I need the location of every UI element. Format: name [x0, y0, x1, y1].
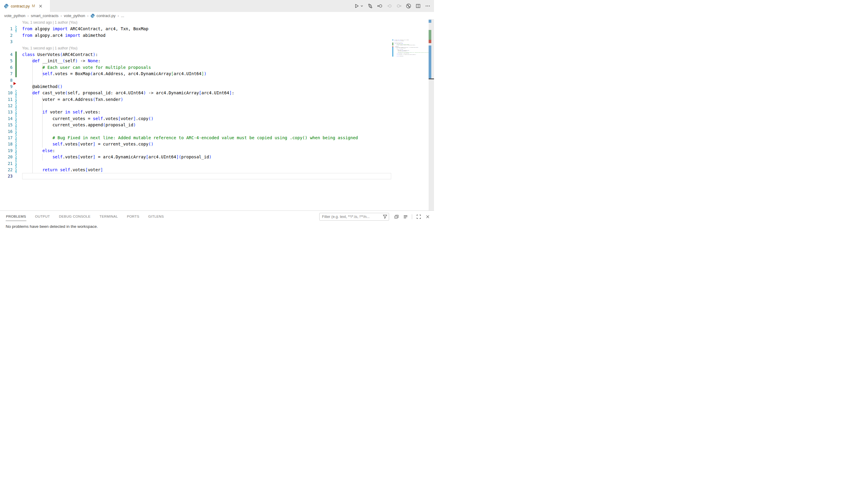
- code-line-13[interactable]: 13 if voter in self.votes:: [0, 109, 429, 115]
- breadcrumb-item-vote-python[interactable]: vote_python: [4, 13, 26, 18]
- code-token: self: [53, 155, 63, 159]
- line-number: 23: [0, 173, 12, 179]
- tab-close-icon[interactable]: [38, 4, 43, 8]
- code-line-22[interactable]: 22 return self.votes[voter]: [0, 167, 429, 173]
- code-line-1[interactable]: 1from algopy import ARC4Contract, arc4, …: [0, 26, 429, 32]
- code-line-7[interactable]: 7 self.votes = BoxMap(arc4.Address, arc4…: [0, 71, 429, 77]
- code-line-3[interactable]: 3: [0, 39, 429, 45]
- breadcrumb-item--[interactable]: ...: [121, 13, 124, 18]
- gutter-diff-decoration[interactable]: [12, 90, 17, 96]
- breadcrumb-item-vote-python[interactable]: vote_python: [64, 13, 85, 18]
- gitlens-blame-annotation[interactable]: You, 1 second ago | 1 author (You): [0, 20, 429, 26]
- panel-tab-debug-console[interactable]: DEBUG CONSOLE: [59, 212, 91, 221]
- code-line-16[interactable]: 16: [0, 128, 429, 135]
- code-token: in: [65, 109, 70, 115]
- previous-change-disabled-icon[interactable]: [386, 3, 392, 9]
- gutter-diff-decoration[interactable]: [12, 122, 17, 128]
- gutter-diff-decoration[interactable]: [12, 154, 17, 160]
- gutter-diff-decoration[interactable]: [12, 64, 17, 71]
- code-token: [22, 155, 53, 159]
- gutter-diff-decoration[interactable]: [12, 26, 17, 32]
- panel-tab-ports[interactable]: PORTS: [127, 212, 140, 221]
- gutter-diff-decoration[interactable]: [12, 141, 17, 147]
- line-number: 13: [0, 109, 12, 115]
- next-change-disabled-icon[interactable]: [396, 3, 402, 9]
- code-line-17[interactable]: 17 # Bug Fixed in next line: Added mutab…: [0, 135, 429, 141]
- close-panel-icon[interactable]: [425, 214, 430, 219]
- more-actions-icon[interactable]: [425, 3, 430, 9]
- panel-tab-gitlens[interactable]: GITLENS: [148, 212, 164, 221]
- gutter-diff-decoration[interactable]: [12, 148, 17, 154]
- code-line-14[interactable]: 14 current_votes = self.votes[voter].cop…: [0, 116, 429, 122]
- breadcrumb-label: vote_python: [4, 13, 26, 18]
- open-changes-icon[interactable]: [367, 3, 373, 9]
- breadcrumb-item-contract-py[interactable]: contract.py: [90, 13, 116, 18]
- code-line-20[interactable]: 20 self.votes[voter] = arc4.DynamicArray…: [0, 154, 429, 160]
- code-line-5[interactable]: 5 def __init__(self) -> None:: [0, 58, 429, 64]
- code-line-12[interactable]: 12: [0, 103, 429, 109]
- previous-change-arrow-icon[interactable]: [377, 3, 382, 9]
- code-line-15[interactable]: 15 current_votes.append(proposal_id): [0, 122, 429, 128]
- gutter-diff-decoration[interactable]: [12, 173, 17, 179]
- gutter-diff-decoration[interactable]: [12, 96, 17, 103]
- code-token: [22, 135, 53, 140]
- gutter-diff-decoration[interactable]: [12, 128, 17, 135]
- code-token: [22, 90, 32, 95]
- line-number: 5: [0, 58, 12, 64]
- gutter-diff-decoration[interactable]: [12, 39, 17, 45]
- code-line-18[interactable]: 18 self.votes[voter] = current_votes.cop…: [0, 141, 429, 147]
- deleted-lines-marker[interactable]: [13, 82, 16, 85]
- gutter-diff-decoration[interactable]: [12, 71, 17, 77]
- code-token: voter: [47, 109, 65, 115]
- collapse-all-icon[interactable]: [394, 214, 399, 219]
- line-number: 19: [0, 148, 12, 154]
- breadcrumb-separator: ›: [118, 14, 119, 18]
- panel-tab-terminal[interactable]: TERMINAL: [99, 212, 118, 221]
- code-line-11[interactable]: 11 voter = arc4.Address(Txn.sender): [0, 96, 429, 103]
- minimap[interactable]: from algopy import ARC4Contract, arc4, T…: [392, 20, 429, 211]
- code-editor[interactable]: You, 1 second ago | 1 author (You)1from …: [0, 20, 429, 211]
- gutter-diff-decoration[interactable]: [12, 167, 17, 173]
- code-line-8[interactable]: 8: [0, 77, 429, 84]
- code-token: algopy: [32, 26, 53, 31]
- gutter-diff-decoration[interactable]: [12, 103, 17, 109]
- code-line-23[interactable]: 23: [0, 173, 429, 179]
- bottom-panel: PROBLEMSOUTPUTDEBUG CONSOLETERMINALPORTS…: [0, 211, 434, 240]
- gutter-diff-decoration[interactable]: [12, 160, 17, 167]
- panel-actions: [319, 212, 430, 221]
- overview-ruler[interactable]: [429, 19, 434, 211]
- gitlens-graph-icon[interactable]: [406, 3, 411, 9]
- code-line-21[interactable]: 21: [0, 160, 429, 167]
- code-line-19[interactable]: 19 else:: [0, 148, 429, 154]
- run-dropdown-chevron[interactable]: [360, 3, 363, 9]
- gutter-diff-decoration[interactable]: [12, 32, 17, 39]
- filter-funnel-icon: [383, 214, 387, 220]
- code-token: proposal_id: [105, 122, 133, 127]
- code-line-2[interactable]: 2from algopy.arc4 import abimethod: [0, 32, 429, 39]
- gutter-diff-decoration[interactable]: [12, 58, 17, 64]
- code-line-10[interactable]: 10 def cast_vote(self, proposal_id: arc4…: [0, 90, 429, 96]
- code-token: [: [78, 155, 80, 159]
- code-line-4[interactable]: 4class UserVotes(ARC4Contract):: [0, 52, 429, 58]
- python-file-icon: [4, 4, 9, 8]
- breadcrumb-item-smart-contracts[interactable]: smart_contracts: [31, 13, 58, 18]
- code-token: = arc4.DynamicArray: [95, 155, 146, 159]
- problems-filter-input[interactable]: [319, 213, 389, 221]
- gutter-diff-decoration[interactable]: [12, 52, 17, 58]
- panel-tab-problems[interactable]: PROBLEMS: [6, 212, 26, 221]
- code-line-6[interactable]: 6 # Each user can vote for multiple prop…: [0, 64, 429, 71]
- line-number: 4: [0, 52, 12, 58]
- maximize-panel-icon[interactable]: [416, 214, 421, 219]
- run-button[interactable]: [354, 3, 360, 9]
- panel-tab-output[interactable]: OUTPUT: [35, 212, 50, 221]
- gitlens-blame-annotation[interactable]: You, 1 second ago | 1 author (You): [0, 45, 429, 52]
- split-editor-icon[interactable]: [415, 3, 421, 9]
- code-line-9[interactable]: 9 @abimethod(): [0, 84, 429, 90]
- gutter-diff-decoration[interactable]: [12, 109, 17, 115]
- gutter-diff-decoration[interactable]: [12, 116, 17, 122]
- tab-contract-py[interactable]: contract.py M: [0, 0, 50, 12]
- code-token: from: [22, 33, 32, 38]
- code-token: [22, 167, 42, 172]
- gutter-diff-decoration[interactable]: [12, 135, 17, 141]
- view-as-table-icon[interactable]: [403, 214, 408, 219]
